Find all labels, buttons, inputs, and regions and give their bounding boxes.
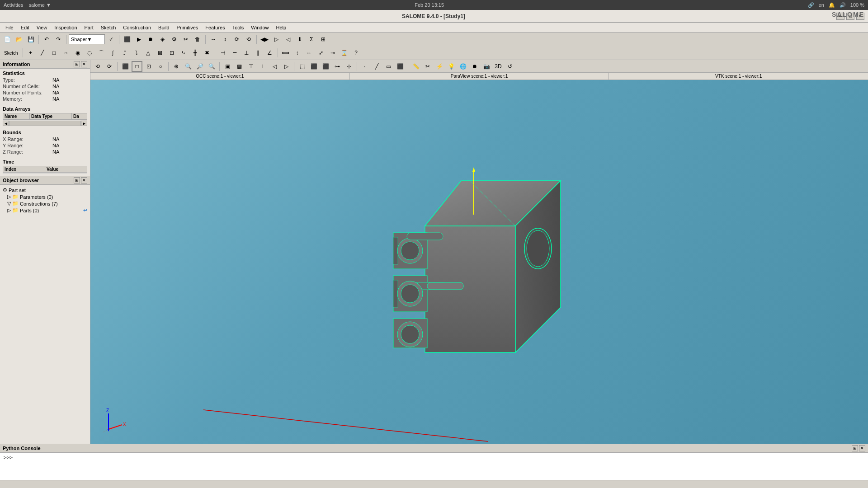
vt-sel-face[interactable]: ▭ (383, 61, 394, 72)
vt-clip[interactable]: ✂ (422, 61, 433, 72)
tb-btn-14[interactable]: ◁ (283, 34, 293, 45)
sk-btn-7[interactable]: ⌒ (96, 47, 107, 58)
sk-btn-19[interactable]: ⊥ (241, 47, 252, 58)
vt-shot[interactable]: 📷 (481, 61, 492, 72)
tb-btn-1[interactable]: ⬛ (122, 34, 132, 45)
apply-button[interactable]: ✓ (106, 34, 117, 45)
sk-btn-18[interactable]: ⊢ (229, 47, 240, 58)
new-button[interactable]: 📄 (2, 34, 13, 45)
undo-button[interactable]: ↶ (41, 34, 52, 45)
python-undock-btn[interactable]: ⊞ (852, 445, 858, 451)
sk-btn-10[interactable]: ⤵ (131, 47, 142, 58)
tb-btn-9[interactable]: ↕ (220, 34, 231, 45)
ob-close-btn[interactable]: ✕ (81, 177, 87, 183)
python-close-btn[interactable]: ✕ (859, 445, 865, 451)
vt-3d[interactable]: 3D (493, 61, 504, 72)
vt-lights[interactable]: 💡 (446, 61, 457, 72)
menu-item-part[interactable]: Part (81, 24, 97, 31)
sk-btn-26[interactable]: ⊸ (327, 47, 338, 58)
vt-ortho[interactable]: ⊶ (332, 61, 343, 72)
sk-btn-11[interactable]: △ (143, 47, 154, 58)
tb-btn-17[interactable]: ⊞ (318, 34, 329, 45)
vt-right[interactable]: ▷ (281, 61, 292, 72)
sk-btn-28[interactable]: ? (351, 47, 362, 58)
vt-ray[interactable]: ⚡ (434, 61, 445, 72)
sk-btn-9[interactable]: ⤴ (119, 47, 130, 58)
vt-back[interactable]: ▩ (234, 61, 245, 72)
sk-btn-20[interactable]: ∥ (253, 47, 264, 58)
sk-btn-21[interactable]: ∠ (264, 47, 275, 58)
tb-btn-11[interactable]: ⟲ (243, 34, 254, 45)
menu-item-help[interactable]: Help (272, 24, 290, 31)
vt-btn-3[interactable]: ⬛ (120, 61, 131, 72)
tb-btn-6[interactable]: ✂ (180, 34, 191, 45)
vt-sel-solid[interactable]: ⬛ (395, 61, 406, 72)
tb-btn-15[interactable]: ⬇ (294, 34, 305, 45)
sk-btn-1[interactable]: + (25, 47, 36, 58)
ob-part-set[interactable]: ⚙ Part set (2, 187, 88, 193)
module-dropdown[interactable]: Shaper ▼ (69, 34, 105, 44)
sk-btn-14[interactable]: ⤷ (178, 47, 189, 58)
tb-btn-7[interactable]: 🗑 (192, 34, 203, 45)
sketch-tab[interactable]: Sketch (2, 47, 20, 58)
menu-item-file[interactable]: File (2, 24, 17, 31)
sk-btn-23[interactable]: ↕ (292, 47, 303, 58)
menu-item-build[interactable]: Build (155, 24, 173, 31)
vt-measure[interactable]: 📏 (410, 61, 421, 72)
menu-item-inspection[interactable]: Inspection (51, 24, 80, 31)
sk-btn-6[interactable]: ◌ (84, 47, 95, 58)
vt-left[interactable]: ◁ (269, 61, 280, 72)
vt-top[interactable]: ⊤ (245, 61, 256, 72)
menu-item-window[interactable]: Window (247, 24, 272, 31)
ob-parameters[interactable]: ▷ 📁 Parameters (0) (2, 193, 88, 200)
vt-btn-2[interactable]: ⟳ (104, 61, 115, 72)
vt-persp[interactable]: ⊹ (344, 61, 354, 72)
lang-selector[interactable]: en (819, 2, 824, 8)
vt-shade[interactable]: ⬛ (308, 61, 319, 72)
vt-bottom[interactable]: ⊥ (257, 61, 268, 72)
scroll-right-btn[interactable]: ▶ (81, 121, 87, 126)
tb-btn-8[interactable]: ↔ (208, 34, 219, 45)
vt-env[interactable]: 🌐 (458, 61, 468, 72)
sk-btn-25[interactable]: ⤢ (316, 47, 326, 58)
vt-record[interactable]: ⏺ (469, 61, 480, 72)
sk-btn-2[interactable]: ╱ (37, 47, 48, 58)
vt-btn-1[interactable]: ⟲ (92, 61, 103, 72)
vt-btn-6[interactable]: ○ (155, 61, 166, 72)
sk-btn-5[interactable]: ◉ (72, 47, 83, 58)
sk-btn-17[interactable]: ⊣ (217, 47, 228, 58)
vt-front[interactable]: ▣ (222, 61, 233, 72)
tb-btn-5[interactable]: ⚙ (169, 34, 179, 45)
menu-item-tools[interactable]: Tools (229, 24, 248, 31)
vt-zoom-in[interactable]: 🔎 (194, 61, 205, 72)
vt-btn-5[interactable]: ⊡ (143, 61, 154, 72)
menu-item-primitives[interactable]: Primitives (173, 24, 202, 31)
vt-sel-edge[interactable]: ╱ (371, 61, 382, 72)
sk-btn-22[interactable]: ⟺ (280, 47, 291, 58)
sk-btn-27[interactable]: ⌛ (339, 47, 350, 58)
tb-btn-3[interactable]: ⏺ (145, 34, 156, 45)
sk-btn-3[interactable]: □ (49, 47, 60, 58)
vt-wire[interactable]: ⬚ (297, 61, 307, 72)
sk-btn-16[interactable]: ✖ (202, 47, 212, 58)
tb-btn-10[interactable]: ⟳ (231, 34, 242, 45)
vt-zoom-all[interactable]: ⊕ (171, 61, 182, 72)
vt-shade-wire[interactable]: ⬛ (320, 61, 331, 72)
vt-btn-4[interactable]: □ (132, 61, 142, 72)
user-menu[interactable]: salome ▼ (28, 2, 51, 8)
tb-btn-12[interactable]: ◀▶ (259, 34, 270, 45)
menu-item-construction[interactable]: Construction (119, 24, 155, 31)
sk-btn-13[interactable]: ⊡ (166, 47, 177, 58)
vt-zoom-out[interactable]: 🔍 (206, 61, 217, 72)
scroll-left-btn[interactable]: ◀ (3, 121, 9, 126)
menu-item-features[interactable]: Features (202, 24, 228, 31)
ob-constructions[interactable]: ▽ 📁 Constructions (7) (2, 200, 88, 207)
tb-btn-4[interactable]: ◈ (157, 34, 168, 45)
3d-canvas[interactable]: Z X (90, 80, 868, 444)
vt-sel-vert[interactable]: · (359, 61, 370, 72)
info-close-btn[interactable]: ✕ (81, 61, 87, 67)
vt-zoom-sel[interactable]: 🔍 (183, 61, 193, 72)
sk-btn-8[interactable]: ∫ (108, 47, 118, 58)
sk-btn-24[interactable]: ↔ (304, 47, 315, 58)
info-undock-btn[interactable]: ⊞ (74, 61, 80, 67)
